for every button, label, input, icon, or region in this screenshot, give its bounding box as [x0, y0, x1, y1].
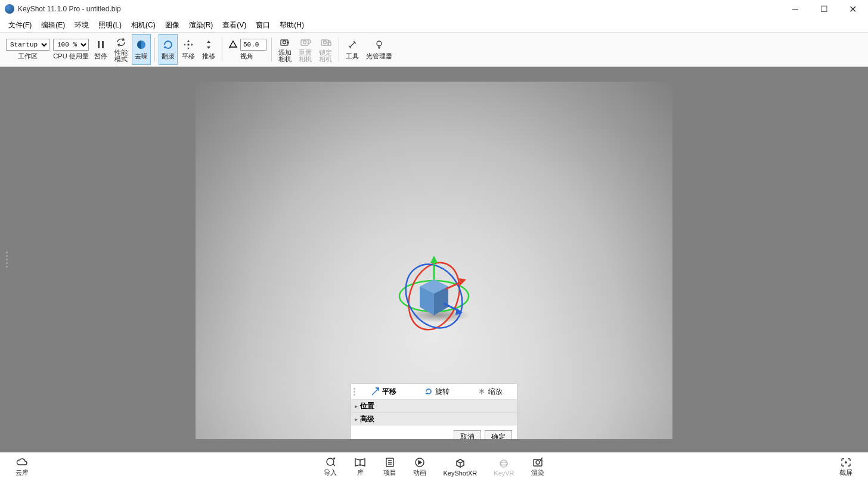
svg-point-25	[327, 458, 334, 465]
menubar: 文件(F) 编辑(E) 环境 照明(L) 相机(C) 图像 渲染(R) 查看(V…	[0, 18, 868, 32]
screenshot-icon	[839, 456, 852, 468]
render-icon	[531, 456, 544, 468]
panel-drag-handle[interactable]	[351, 388, 357, 396]
menu-window[interactable]: 窗口	[252, 19, 274, 32]
tab-translate[interactable]: 平移	[357, 384, 410, 399]
chevron-right-icon: ▸	[355, 416, 358, 422]
menu-file[interactable]: 文件(F)	[5, 19, 35, 32]
menu-render[interactable]: 渲染(R)	[185, 19, 217, 32]
cloud-library-button[interactable]: 云库	[7, 455, 37, 478]
denoise-icon	[135, 39, 147, 51]
svg-point-32	[540, 460, 541, 461]
pause-button[interactable]: 暂停	[91, 34, 110, 65]
menu-lighting[interactable]: 照明(L)	[95, 19, 125, 32]
fov-icon	[227, 39, 239, 51]
render-viewport[interactable]: 平移 旋转 缩放 ▸ 位置 ▸ 高级 取消 确	[196, 82, 672, 439]
menu-edit[interactable]: 编辑(E)	[38, 19, 69, 32]
app-icon	[5, 4, 14, 14]
lock-camera-button[interactable]: 锁定相机	[316, 34, 335, 65]
maximize-button[interactable]: ☐	[816, 3, 832, 15]
bottombar: 云库 导入 库 项目 动画 KeyShotXR KeyVR 渲染 截屏	[0, 452, 868, 481]
reset-camera-button[interactable]: 重置相机	[296, 34, 315, 65]
svg-marker-20	[430, 256, 438, 263]
tab-rotate[interactable]: 旋转	[410, 384, 463, 399]
fov-label: 视角	[240, 52, 253, 61]
light-icon	[373, 39, 385, 51]
fov-input[interactable]	[240, 39, 266, 51]
keyvr-button[interactable]: KeyVR	[485, 456, 522, 478]
chevron-right-icon: ▸	[355, 403, 358, 409]
tab-scale[interactable]: 缩放	[464, 384, 517, 399]
svg-point-28	[500, 460, 507, 467]
cycle-icon	[115, 36, 127, 48]
ok-button[interactable]: 确定	[485, 430, 512, 439]
section-position[interactable]: ▸ 位置	[351, 399, 517, 412]
svg-marker-22	[459, 278, 466, 285]
workspace-select[interactable]: Startup	[6, 39, 49, 51]
viewport-area: 平移 旋转 缩放 ▸ 位置 ▸ 高级 取消 确	[0, 67, 868, 452]
denoise-button[interactable]: 去噪	[132, 34, 151, 65]
svg-rect-1	[102, 41, 104, 48]
import-button[interactable]: 导入	[315, 455, 345, 478]
cancel-button[interactable]: 取消	[454, 430, 481, 439]
svg-point-7	[303, 41, 306, 44]
titlebar: KeyShot 11.1.0 Pro - untitled.bip ─ ☐ ✕	[0, 0, 868, 18]
library-icon	[354, 456, 367, 468]
dolly-button[interactable]: 推移	[199, 34, 218, 65]
transform-panel: 平移 旋转 缩放 ▸ 位置 ▸ 高级 取消 确	[351, 383, 517, 439]
keyshotxr-button[interactable]: KeyShotXR	[435, 456, 485, 478]
rotate-tab-icon	[424, 387, 433, 396]
svg-rect-3	[188, 43, 190, 45]
cloud-icon	[16, 456, 29, 468]
project-icon	[383, 456, 396, 468]
tools-icon	[346, 39, 358, 51]
svg-point-5	[283, 41, 286, 44]
menu-help[interactable]: 帮助(H)	[276, 19, 308, 32]
minimize-button[interactable]: ─	[787, 3, 804, 15]
menu-view[interactable]: 查看(V)	[219, 19, 250, 32]
menu-environment[interactable]: 环境	[71, 19, 92, 32]
close-button[interactable]: ✕	[844, 3, 861, 15]
camera-reset-icon	[299, 36, 311, 48]
scene-object-cube[interactable]	[386, 248, 482, 344]
camera-lock-icon	[320, 36, 331, 48]
dock-handle-left[interactable]	[6, 67, 10, 452]
menu-image[interactable]: 图像	[162, 19, 183, 32]
pan-button[interactable]: 平移	[179, 34, 198, 65]
xr-icon	[454, 458, 467, 470]
screenshot-button[interactable]: 截屏	[831, 455, 861, 478]
translate-icon	[371, 387, 380, 396]
section-advanced[interactable]: ▸ 高级	[351, 412, 517, 425]
pause-icon	[95, 39, 107, 51]
zoom-select[interactable]: 100 %	[53, 39, 89, 51]
rotate-icon	[162, 39, 174, 51]
scale-icon	[478, 387, 486, 396]
svg-rect-0	[98, 41, 100, 48]
animation-icon	[413, 456, 426, 468]
footer-caption	[0, 481, 868, 482]
import-icon	[324, 456, 337, 468]
library-button[interactable]: 库	[345, 455, 375, 478]
render-button[interactable]: 渲染	[523, 455, 553, 478]
project-button[interactable]: 项目	[375, 455, 405, 478]
light-manager-button[interactable]: 光管理器	[363, 34, 395, 65]
tools-button[interactable]: 工具	[343, 34, 362, 65]
add-camera-button[interactable]: 添加相机	[275, 34, 294, 65]
workspace-label: 工作区	[18, 52, 38, 61]
performance-mode-button[interactable]: 性能模式	[111, 34, 131, 65]
menu-camera[interactable]: 相机(C)	[128, 19, 159, 32]
window-title: KeyShot 11.1.0 Pro - untitled.bip	[18, 5, 787, 13]
tumble-button[interactable]: 翻滚	[159, 34, 178, 65]
svg-point-9	[324, 41, 327, 44]
svg-point-11	[377, 41, 382, 46]
svg-point-29	[500, 462, 507, 465]
camera-add-icon	[279, 36, 291, 48]
toolbar: Startup 工作区 100 % CPU 使用量 暂停 性能模式 去噪 翻滚 …	[0, 32, 868, 67]
pan-icon	[182, 39, 194, 51]
vr-icon	[497, 458, 510, 470]
dolly-icon	[203, 39, 215, 51]
cpu-usage-label: CPU 使用量	[53, 52, 88, 61]
svg-point-31	[536, 461, 540, 464]
animation-button[interactable]: 动画	[405, 455, 435, 478]
